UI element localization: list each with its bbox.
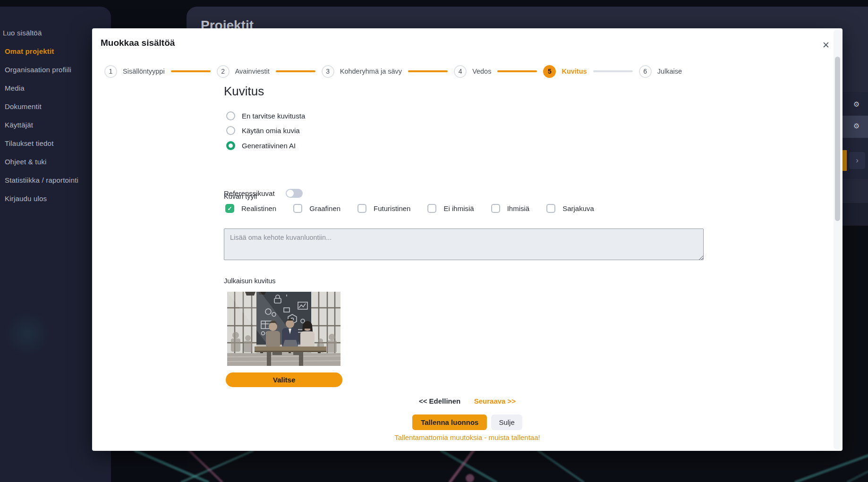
edit-content-modal: Muokkaa sisältöä ✕ 1 Sisällöntyyppi 2 Av…: [92, 28, 842, 451]
step-number: 4: [454, 65, 467, 78]
checkbox-box: [357, 204, 366, 213]
row-accent-bar: [842, 150, 847, 171]
select-image-button[interactable]: Valitse: [226, 372, 342, 387]
radio-label: Generatiivinen AI: [242, 142, 296, 150]
step-number: 3: [322, 65, 334, 78]
checkbox-label: Futuristinen: [374, 204, 410, 212]
checkbox-box-checked: ✓: [225, 204, 234, 213]
step-number: 1: [104, 65, 117, 78]
step-number: 6: [639, 65, 652, 78]
checkbox-sarjakuva[interactable]: Sarjakuva: [546, 204, 594, 213]
checkbox-graafinen[interactable]: Graafinen: [293, 204, 340, 213]
reference-images-toggle[interactable]: [286, 189, 303, 198]
step-vedos[interactable]: 4 Vedos: [454, 65, 491, 78]
image-prompt-input[interactable]: [224, 228, 704, 260]
image-style-options: ✓ Realistinen Graafinen Futuristinen Ei …: [225, 204, 611, 213]
textarea-resize-handle[interactable]: [699, 255, 703, 260]
step-number: 2: [217, 65, 230, 78]
step-kuvitus[interactable]: 5 Kuvitus: [543, 65, 587, 78]
wizard-stepper: 1 Sisällöntyyppi 2 Avainviestit 3 Kohder…: [104, 64, 682, 78]
radio-kaytan-omia-kuvia[interactable]: Käytän omia kuvia: [226, 126, 300, 135]
network-graphic: [111, 451, 868, 482]
section-heading: Kuvitus: [224, 84, 264, 99]
step-label: Sisällöntyyppi: [123, 68, 165, 75]
previous-step-link[interactable]: << Edellinen: [419, 397, 460, 405]
radio-en-tarvitse-kuvitusta[interactable]: En tarvitse kuvitusta: [226, 111, 305, 120]
screen: Luo sisältöä Omat projektit Organisaatio…: [0, 0, 868, 482]
checkbox-box: [546, 204, 555, 213]
step-connector: [276, 70, 315, 72]
unsaved-changes-warning: Tallentamattomia muutoksia - muista tall…: [92, 433, 842, 441]
modal-footer: Tallenna luonnos Sulje: [92, 414, 842, 430]
step-label: Kuvitus: [562, 68, 587, 75]
step-number: 5: [543, 65, 556, 78]
radio-circle: [226, 126, 235, 135]
checkbox-box: [293, 204, 302, 213]
check-icon: ✓: [227, 205, 232, 212]
step-connector: [408, 70, 448, 72]
step-sisallontyyppi[interactable]: 1 Sisällöntyyppi: [104, 65, 165, 78]
checkbox-box: [491, 204, 500, 213]
gear-icon[interactable]: ⚙: [853, 122, 859, 130]
step-label: Vedos: [472, 68, 491, 75]
image-style-label: Kuvan tyyli: [224, 193, 257, 200]
step-connector: [593, 70, 633, 72]
radio-circle: [226, 111, 235, 120]
wizard-nav: << Edellinen Seuraava >>: [92, 397, 842, 406]
close-modal-button[interactable]: Sulje: [491, 414, 522, 430]
radio-generatiivinen-ai[interactable]: Generatiivinen AI: [226, 141, 296, 150]
step-kohderyhma[interactable]: 3 Kohderyhmä ja sävy: [322, 65, 402, 78]
radio-label: En tarvitse kuvitusta: [242, 112, 305, 120]
checkbox-realistinen[interactable]: ✓ Realistinen: [225, 204, 276, 213]
gear-icon[interactable]: ⚙: [853, 100, 859, 109]
chevron-right-icon: ›: [856, 156, 859, 165]
expand-row-button[interactable]: ›: [849, 152, 865, 169]
radio-circle-selected: [226, 141, 235, 150]
checkbox-label: Ihmisiä: [507, 204, 530, 212]
checkbox-label: Realistinen: [241, 204, 276, 212]
toggle-knob: [287, 190, 294, 197]
publication-illustration-label: Julkaisun kuvitus: [224, 277, 276, 285]
step-label: Kohderyhmä ja sävy: [340, 68, 402, 75]
modal-title: Muokkaa sisältöä: [101, 38, 175, 48]
step-connector: [497, 70, 537, 72]
next-step-link[interactable]: Seuraava >>: [474, 397, 516, 405]
checkbox-ei-ihmisia[interactable]: Ei ihmisiä: [427, 204, 474, 213]
step-label: Julkaise: [657, 68, 682, 75]
step-label: Avainviestit: [235, 68, 270, 75]
checkbox-label: Graafinen: [309, 204, 340, 212]
radio-label: Käytän omia kuvia: [242, 127, 300, 135]
checkbox-label: Sarjakuva: [562, 204, 594, 212]
generated-illustration-thumbnail[interactable]: [227, 292, 340, 366]
checkbox-label: Ei ihmisiä: [443, 204, 474, 212]
step-julkaise[interactable]: 6 Julkaise: [639, 65, 682, 78]
sidebar-glow-decoration: [5, 311, 50, 356]
checkbox-futuristinen[interactable]: Futuristinen: [357, 204, 410, 213]
modal-scrollbar-thumb[interactable]: [835, 57, 840, 221]
checkbox-box: [427, 204, 436, 213]
step-connector: [171, 70, 211, 72]
close-icon[interactable]: ✕: [819, 38, 833, 51]
checkbox-ihmisia[interactable]: Ihmisiä: [491, 204, 530, 213]
save-draft-button[interactable]: Tallenna luonnos: [412, 414, 487, 430]
step-avainviestit[interactable]: 2 Avainviestit: [217, 65, 270, 78]
